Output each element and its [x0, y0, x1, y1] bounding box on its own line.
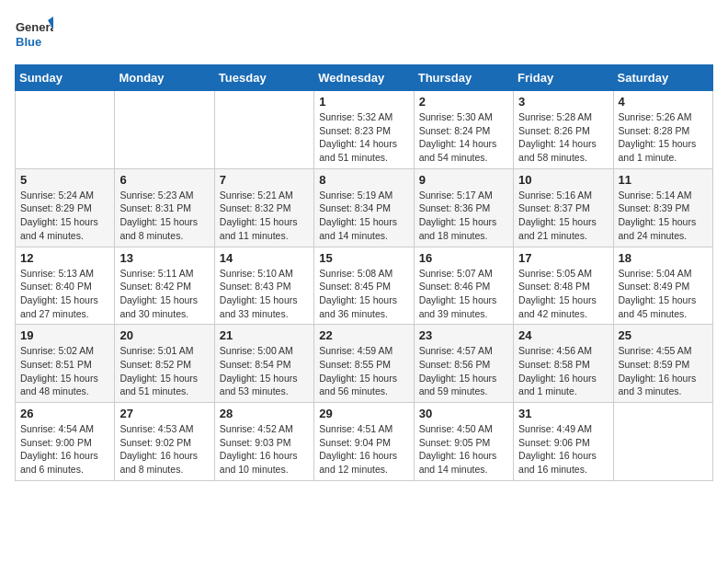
calendar-cell: 1Sunrise: 5:32 AM Sunset: 8:23 PM Daylig… [314, 91, 414, 169]
day-info: Sunrise: 4:52 AM Sunset: 9:03 PM Dayligh… [220, 422, 309, 477]
day-info: Sunrise: 4:49 AM Sunset: 9:06 PM Dayligh… [518, 422, 608, 477]
weekday-header: Tuesday [214, 65, 313, 91]
svg-text:General: General [16, 20, 53, 34]
calendar-cell: 31Sunrise: 4:49 AM Sunset: 9:06 PM Dayli… [514, 403, 613, 481]
calendar-cell: 14Sunrise: 5:10 AM Sunset: 8:43 PM Dayli… [214, 247, 313, 325]
day-number: 28 [220, 407, 309, 420]
svg-text:Blue: Blue [16, 35, 41, 49]
day-number: 29 [319, 407, 408, 420]
day-info: Sunrise: 5:04 AM Sunset: 8:49 PM Dayligh… [619, 267, 708, 321]
calendar-cell: 19Sunrise: 5:02 AM Sunset: 8:51 PM Dayli… [16, 325, 115, 403]
day-number: 19 [20, 328, 109, 342]
calendar-cell: 18Sunrise: 5:04 AM Sunset: 8:49 PM Dayli… [613, 247, 712, 325]
day-number: 8 [319, 173, 408, 187]
day-number: 26 [20, 407, 109, 420]
day-number: 2 [419, 95, 508, 109]
calendar-cell: 12Sunrise: 5:13 AM Sunset: 8:40 PM Dayli… [16, 247, 115, 325]
day-number: 21 [220, 328, 309, 342]
day-number: 18 [619, 251, 708, 265]
calendar-cell: 20Sunrise: 5:01 AM Sunset: 8:52 PM Dayli… [115, 325, 214, 403]
day-number: 24 [518, 328, 608, 342]
calendar-table: SundayMondayTuesdayWednesdayThursdayFrid… [15, 64, 713, 481]
day-info: Sunrise: 4:54 AM Sunset: 9:00 PM Dayligh… [20, 422, 109, 477]
day-info: Sunrise: 5:13 AM Sunset: 8:40 PM Dayligh… [20, 267, 109, 321]
day-number: 4 [619, 95, 708, 109]
calendar-cell: 5Sunrise: 5:24 AM Sunset: 8:29 PM Daylig… [16, 168, 115, 247]
calendar-cell: 17Sunrise: 5:05 AM Sunset: 8:48 PM Dayli… [514, 247, 613, 325]
day-number: 1 [319, 95, 408, 109]
day-info: Sunrise: 5:10 AM Sunset: 8:43 PM Dayligh… [220, 267, 309, 321]
calendar-cell: 13Sunrise: 5:11 AM Sunset: 8:42 PM Dayli… [115, 247, 214, 325]
weekday-header: Saturday [613, 65, 712, 91]
day-number: 9 [419, 173, 508, 187]
day-info: Sunrise: 5:11 AM Sunset: 8:42 PM Dayligh… [119, 267, 209, 321]
day-number: 17 [518, 251, 608, 265]
calendar-cell: 9Sunrise: 5:17 AM Sunset: 8:36 PM Daylig… [414, 168, 513, 247]
day-number: 23 [419, 328, 508, 342]
day-info: Sunrise: 5:21 AM Sunset: 8:32 PM Dayligh… [220, 189, 309, 243]
day-info: Sunrise: 4:57 AM Sunset: 8:56 PM Dayligh… [419, 344, 508, 398]
day-number: 6 [119, 173, 209, 187]
day-info: Sunrise: 5:02 AM Sunset: 8:51 PM Dayligh… [20, 344, 109, 398]
day-number: 22 [319, 328, 408, 342]
day-info: Sunrise: 5:24 AM Sunset: 8:29 PM Dayligh… [20, 189, 109, 243]
day-info: Sunrise: 5:26 AM Sunset: 8:28 PM Dayligh… [619, 110, 708, 165]
day-info: Sunrise: 5:08 AM Sunset: 8:45 PM Dayligh… [319, 267, 408, 321]
day-info: Sunrise: 4:55 AM Sunset: 8:59 PM Dayligh… [619, 344, 708, 398]
calendar-cell: 22Sunrise: 4:59 AM Sunset: 8:55 PM Dayli… [314, 325, 414, 403]
calendar-cell: 4Sunrise: 5:26 AM Sunset: 8:28 PM Daylig… [613, 91, 712, 169]
day-number: 15 [319, 251, 408, 265]
day-info: Sunrise: 4:50 AM Sunset: 9:05 PM Dayligh… [419, 422, 508, 477]
day-number: 10 [518, 173, 608, 187]
calendar-cell [115, 91, 214, 169]
day-info: Sunrise: 4:56 AM Sunset: 8:58 PM Dayligh… [518, 344, 608, 398]
weekday-header: Monday [115, 65, 214, 91]
day-number: 11 [619, 173, 708, 187]
calendar-cell: 16Sunrise: 5:07 AM Sunset: 8:46 PM Dayli… [414, 247, 513, 325]
calendar-cell: 10Sunrise: 5:16 AM Sunset: 8:37 PM Dayli… [514, 168, 613, 247]
calendar-cell: 26Sunrise: 4:54 AM Sunset: 9:00 PM Dayli… [16, 403, 115, 481]
calendar-cell: 28Sunrise: 4:52 AM Sunset: 9:03 PM Dayli… [214, 403, 313, 481]
calendar-cell: 25Sunrise: 4:55 AM Sunset: 8:59 PM Dayli… [613, 325, 712, 403]
day-number: 14 [220, 251, 309, 265]
calendar-cell: 23Sunrise: 4:57 AM Sunset: 8:56 PM Dayli… [414, 325, 513, 403]
day-number: 5 [20, 173, 109, 187]
day-info: Sunrise: 4:51 AM Sunset: 9:04 PM Dayligh… [319, 422, 408, 477]
day-number: 25 [619, 328, 708, 342]
calendar-cell: 6Sunrise: 5:23 AM Sunset: 8:31 PM Daylig… [115, 168, 214, 247]
calendar-cell: 27Sunrise: 4:53 AM Sunset: 9:02 PM Dayli… [115, 403, 214, 481]
calendar-cell: 29Sunrise: 4:51 AM Sunset: 9:04 PM Dayli… [314, 403, 414, 481]
day-number: 13 [119, 251, 209, 265]
calendar-cell: 7Sunrise: 5:21 AM Sunset: 8:32 PM Daylig… [214, 168, 313, 247]
weekday-header: Thursday [414, 65, 513, 91]
day-info: Sunrise: 5:14 AM Sunset: 8:39 PM Dayligh… [619, 189, 708, 243]
day-number: 20 [119, 328, 209, 342]
day-number: 3 [518, 95, 608, 109]
day-info: Sunrise: 5:01 AM Sunset: 8:52 PM Dayligh… [119, 344, 209, 398]
weekday-header: Sunday [16, 65, 115, 91]
calendar-cell [214, 91, 313, 169]
day-info: Sunrise: 5:17 AM Sunset: 8:36 PM Dayligh… [419, 189, 508, 243]
day-info: Sunrise: 5:23 AM Sunset: 8:31 PM Dayligh… [119, 189, 209, 243]
calendar-cell: 24Sunrise: 4:56 AM Sunset: 8:58 PM Dayli… [514, 325, 613, 403]
day-number: 16 [419, 251, 508, 265]
weekday-header: Wednesday [314, 65, 414, 91]
page-header: General Blue [15, 15, 713, 53]
logo-svg: General Blue [15, 15, 53, 53]
calendar-cell: 2Sunrise: 5:30 AM Sunset: 8:24 PM Daylig… [414, 91, 513, 169]
calendar-cell: 11Sunrise: 5:14 AM Sunset: 8:39 PM Dayli… [613, 168, 712, 247]
day-number: 31 [518, 407, 608, 420]
calendar-cell: 15Sunrise: 5:08 AM Sunset: 8:45 PM Dayli… [314, 247, 414, 325]
day-info: Sunrise: 5:16 AM Sunset: 8:37 PM Dayligh… [518, 189, 608, 243]
calendar-cell: 8Sunrise: 5:19 AM Sunset: 8:34 PM Daylig… [314, 168, 414, 247]
calendar-cell [16, 91, 115, 169]
day-info: Sunrise: 5:28 AM Sunset: 8:26 PM Dayligh… [518, 110, 608, 165]
day-number: 7 [220, 173, 309, 187]
logo: General Blue [15, 15, 53, 53]
day-info: Sunrise: 5:30 AM Sunset: 8:24 PM Dayligh… [419, 110, 508, 165]
day-number: 27 [119, 407, 209, 420]
day-info: Sunrise: 5:00 AM Sunset: 8:54 PM Dayligh… [220, 344, 309, 398]
weekday-header: Friday [514, 65, 613, 91]
day-info: Sunrise: 5:05 AM Sunset: 8:48 PM Dayligh… [518, 267, 608, 321]
calendar-cell: 3Sunrise: 5:28 AM Sunset: 8:26 PM Daylig… [514, 91, 613, 169]
